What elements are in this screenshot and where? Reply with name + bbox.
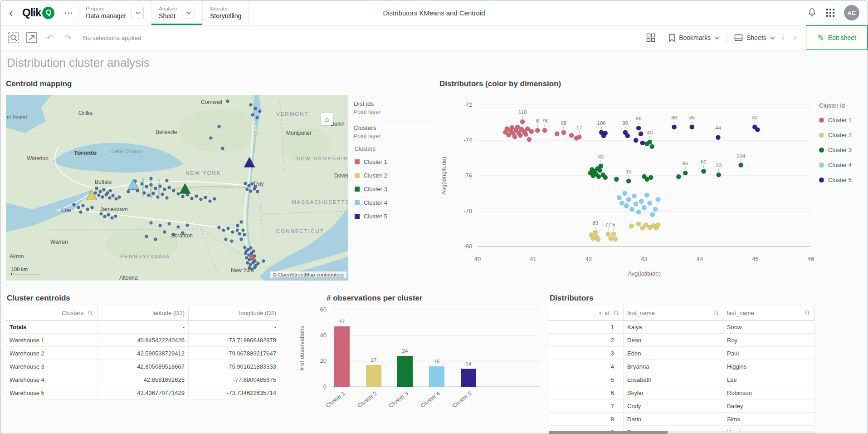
step-back-button[interactable]: ↶ [42,30,58,45]
map-point[interactable] [154,238,157,241]
map-point[interactable] [166,179,168,182]
map-point[interactable] [186,224,189,227]
map-legend-item[interactable]: Cluster 3 [349,182,433,196]
map-point[interactable] [177,192,180,195]
map-point[interactable] [218,125,220,128]
map-legend-item[interactable]: Cluster 5 [349,209,433,223]
map-point[interactable] [249,104,252,106]
app-launcher-grid-icon[interactable] [826,8,835,17]
scatter-point[interactable] [672,125,676,129]
scatter-legend-item[interactable]: Cluster 5 [819,173,868,187]
scatter-point[interactable] [716,135,720,140]
scatter-point[interactable] [599,163,603,168]
map-point[interactable] [238,232,241,235]
map-point[interactable] [243,233,246,236]
bar-cluster-5[interactable] [461,369,476,387]
map-point[interactable] [249,190,252,192]
map-point[interactable] [166,197,168,199]
map-point[interactable] [221,147,224,150]
map-point[interactable] [163,231,166,233]
map-point[interactable] [230,240,233,242]
map-point[interactable] [244,182,247,185]
table-cell[interactable]: - [98,321,189,333]
scatter-point[interactable] [656,222,660,227]
table-cell[interactable]: -79.067889217647 [189,347,280,360]
map-point[interactable] [254,266,256,269]
bar-cluster-4[interactable] [429,366,444,387]
scatter-point[interactable] [634,138,638,143]
back-button[interactable]: ‹ [0,0,21,25]
map-point[interactable] [172,233,175,236]
map-point[interactable] [114,215,117,217]
table-cell[interactable]: Warehouse 1 [6,334,98,346]
scatter-point[interactable] [683,171,688,175]
map-point[interactable] [204,196,207,199]
scatter-point[interactable] [561,130,566,135]
legend-layer-clusters[interactable]: Clusters Point layer [349,120,433,144]
notifications-bell-icon[interactable] [807,8,817,18]
map-point[interactable] [254,107,257,110]
map-point[interactable] [100,212,102,215]
scatter-point[interactable] [650,212,655,217]
table-cell[interactable]: 40.945422240426 [98,334,189,346]
table-cell[interactable]: Sims [723,413,814,425]
map-point[interactable] [98,194,100,197]
scatter-point[interactable] [629,224,634,228]
map-point[interactable] [195,195,198,197]
scatter-point[interactable] [523,132,528,137]
map-point[interactable] [77,206,80,209]
scatter-point[interactable] [609,236,613,241]
scatter-point[interactable] [701,169,706,173]
table-cell[interactable]: 42.590538729412 [98,347,189,360]
map-point[interactable] [248,184,250,187]
table-cell[interactable]: 42.805089516667 [98,360,189,373]
search-icon[interactable] [614,310,619,316]
scatter-point[interactable] [611,232,616,237]
table-cell[interactable]: -75.901621883333 [189,360,280,373]
column-header-first_name[interactable]: first_name [624,306,723,320]
table-cell[interactable]: - [189,321,280,333]
map-point[interactable] [236,224,239,227]
table-cell[interactable]: Paul [723,347,814,360]
scatter-point[interactable] [690,125,694,129]
search-icon[interactable] [88,310,93,316]
table-cell[interactable]: Higgins [723,360,814,373]
scatter-point[interactable] [535,128,540,133]
map-point[interactable] [105,193,107,196]
map-legend-item[interactable]: Cluster 2 [349,168,433,182]
scatter-point[interactable] [597,168,602,173]
scatter-point[interactable] [739,163,743,167]
scatter-point[interactable] [639,199,644,203]
map-point[interactable] [112,194,114,197]
table-cell[interactable]: Cody [624,399,723,412]
scatter-point[interactable] [542,128,547,133]
scatter-point[interactable] [676,174,681,179]
map-point[interactable] [240,238,243,241]
table-cell[interactable]: 8 [549,413,624,425]
map-point[interactable] [236,229,239,232]
map-point[interactable] [150,222,152,224]
scatter-legend-item[interactable]: Cluster 4 [819,158,868,173]
scatter-point[interactable] [529,129,534,133]
map-point[interactable] [258,110,261,113]
search-icon[interactable] [805,310,810,316]
map-point[interactable] [249,247,252,249]
analyze-dropdown-button[interactable] [183,7,195,19]
map-attribution-link[interactable]: © OpenStreetMap contributors [270,271,346,278]
map-point[interactable] [168,222,171,225]
map-point[interactable] [253,187,256,190]
map-point[interactable] [249,263,252,266]
map-point[interactable] [154,187,157,190]
map-home-button[interactable]: ⌂ [321,113,333,125]
scatter-point[interactable] [717,173,721,177]
scatter-point[interactable] [596,174,601,179]
map-point[interactable] [244,246,246,249]
map-point[interactable] [227,227,229,230]
scatter-legend-item[interactable]: Cluster 2 [819,128,868,143]
scatter-point[interactable] [640,141,645,145]
scatter-point[interactable] [653,207,658,212]
table-cell[interactable]: Warehouse 3 [6,360,98,373]
tab-prepare[interactable]: Prepare Data manager [78,0,151,25]
map-point[interactable] [86,208,89,211]
scatter-point[interactable] [596,237,600,242]
